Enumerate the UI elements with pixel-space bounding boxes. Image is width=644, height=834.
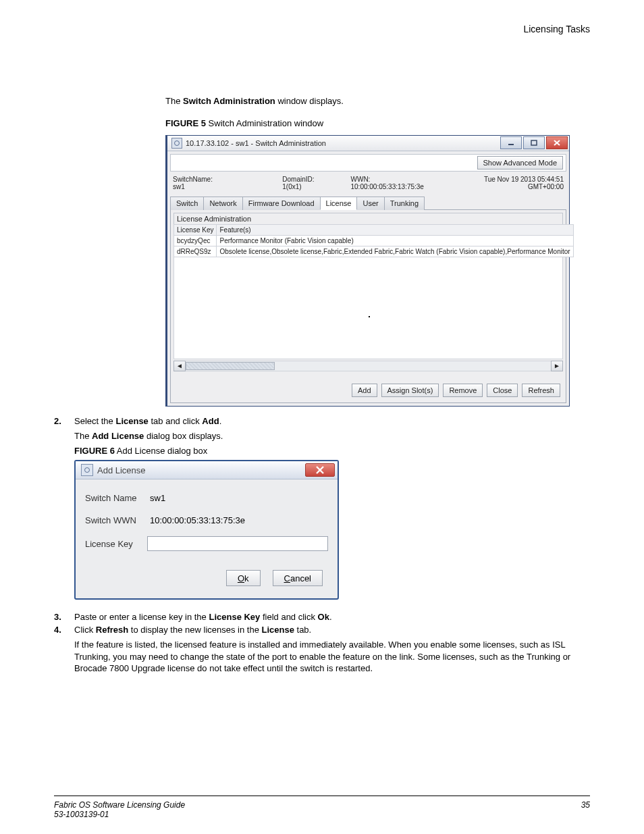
text: k <box>244 573 249 583</box>
switch-wwn-value: 10:00:00:05:33:13:75:3e <box>147 514 328 527</box>
license-key-label: License Key <box>85 539 147 549</box>
maximize-button[interactable] <box>523 136 545 149</box>
refresh-button[interactable]: Refresh <box>522 384 560 397</box>
cell-feat: Performance Monitor (Fabric Vision capab… <box>217 235 573 246</box>
tab-trunking[interactable]: Trunking <box>384 197 425 210</box>
tab-strip: Switch Network Firmware Download License… <box>170 196 566 209</box>
step-number: 2. <box>54 416 74 610</box>
col-features[interactable]: Feature(s) <box>217 224 573 235</box>
license-table: License Key Feature(s) bcydzyQec Perform… <box>173 224 574 257</box>
tab-firmware-download[interactable]: Firmware Download <box>242 197 321 210</box>
tab-user[interactable]: User <box>356 197 384 210</box>
step-3: 3. Paste or enter a license key in the L… <box>74 612 590 622</box>
figure-title: Switch Administration window <box>206 118 323 128</box>
close-button[interactable]: Close <box>487 384 518 397</box>
step-2: 2. Select the License tab and click Add.… <box>74 416 590 610</box>
scroll-right-icon[interactable]: ► <box>551 361 563 371</box>
switch-name-label: Switch Name <box>85 493 147 503</box>
page-footer: Fabric OS Software Licensing Guide 53-10… <box>54 796 590 819</box>
switch-name-value: sw1 <box>147 492 328 504</box>
remove-button[interactable]: Remove <box>443 384 483 397</box>
figure-title: Add License dialog box <box>115 446 207 456</box>
app-icon <box>81 464 93 476</box>
text-bold: Refresh <box>96 625 128 635</box>
figure-label: FIGURE 6 <box>74 446 115 456</box>
tab-license[interactable]: License <box>320 197 358 210</box>
text: The <box>165 96 183 106</box>
cell-key: bcydzyQec <box>174 235 217 246</box>
cell-key: dRReQS9z <box>174 246 217 257</box>
step-number: 3. <box>54 612 74 622</box>
step-number: 4. <box>54 625 74 679</box>
text: Select the <box>74 416 115 426</box>
close-button[interactable] <box>305 463 335 477</box>
text-bold: License <box>261 625 294 635</box>
wwn: WWN: 10:00:00:05:33:13:75:3e <box>351 176 437 190</box>
page-header: Licensing Tasks <box>54 24 590 34</box>
text-bold: Ok <box>318 612 329 622</box>
switch-admin-window: 10.17.33.102 - sw1 - Switch Administrati… <box>165 135 570 407</box>
text-bold: Add License <box>92 431 144 441</box>
switchname-label: SwitchName: <box>173 176 213 183</box>
text: . <box>329 612 332 622</box>
intro-paragraph: The Switch Administration window display… <box>165 95 590 107</box>
text-bold: Switch Administration <box>183 96 275 106</box>
add-button[interactable]: Add <box>352 384 377 397</box>
switch-wwn-label: Switch WWN <box>85 515 147 525</box>
text-bold: License Key <box>209 612 260 622</box>
dialog-titlebar[interactable]: Add License <box>76 461 338 479</box>
svg-rect-1 <box>531 140 537 145</box>
ok-button[interactable]: Ok <box>226 570 261 586</box>
footer-title: Fabric OS Software Licensing Guide <box>54 800 581 810</box>
text: field and click <box>260 612 317 622</box>
close-button[interactable] <box>546 136 568 149</box>
license-key-input[interactable] <box>147 536 328 551</box>
cancel-button[interactable]: Cancel <box>273 570 323 586</box>
assign-slots-button[interactable]: Assign Slot(s) <box>381 384 439 397</box>
window-title: 10.17.33.102 - sw1 - Switch Administrati… <box>186 139 499 147</box>
scroll-left-icon[interactable]: ◄ <box>173 361 186 371</box>
text-bold: Add <box>202 416 219 426</box>
app-icon <box>171 138 182 149</box>
tab-switch[interactable]: Switch <box>170 197 204 210</box>
toolbar-row: Show Advanced Mode <box>170 154 566 172</box>
scroll-track[interactable] <box>186 361 551 371</box>
domainid: DomainID: 1(0x1) <box>282 176 330 190</box>
text: window displays. <box>275 96 344 106</box>
text: . <box>219 416 222 426</box>
status-bar: SwitchName: sw1 DomainID: 1(0x1) WWN: 10… <box>170 176 566 190</box>
figure6-caption: FIGURE 6 Add License dialog box <box>74 446 590 456</box>
page-number: 35 <box>581 800 590 819</box>
cell-feat: Obsolete license,Obsolete license,Fabric… <box>217 246 573 257</box>
text: Paste or enter a license key in the <box>74 612 209 622</box>
figure5-caption: FIGURE 5 Switch Administration window <box>165 118 590 128</box>
horizontal-scrollbar[interactable]: ◄ ► <box>173 361 563 371</box>
text: tab. <box>294 625 311 635</box>
text: ancel <box>290 573 311 583</box>
tab-network[interactable]: Network <box>203 197 242 210</box>
panel-title: License Administration <box>173 213 563 224</box>
add-license-dialog: Add License Switch Name sw1 Switch <box>74 460 339 600</box>
dialog-title: Add License <box>97 465 305 475</box>
text: Click <box>74 625 96 635</box>
mnemonic: C <box>284 573 290 583</box>
text: The <box>74 431 92 441</box>
minimize-button[interactable] <box>500 136 522 149</box>
table-row[interactable]: dRReQS9z Obsolete license,Obsolete licen… <box>174 246 574 257</box>
table-row[interactable]: bcydzyQec Performance Monitor (Fabric Vi… <box>174 235 574 246</box>
footer-docnum: 53-1003139-01 <box>54 810 581 819</box>
scroll-thumb[interactable] <box>186 362 275 370</box>
text: tab and click <box>149 416 203 426</box>
switchname-value: sw1 <box>173 183 185 190</box>
license-panel: License Administration License Key Featu… <box>170 209 566 403</box>
window-titlebar[interactable]: 10.17.33.102 - sw1 - Switch Administrati… <box>167 136 569 151</box>
figure-label: FIGURE 5 <box>165 118 206 128</box>
mnemonic: O <box>238 573 244 583</box>
show-advanced-mode-button[interactable]: Show Advanced Mode <box>477 156 563 170</box>
text: to display the new licenses in the <box>128 625 261 635</box>
table-empty-area <box>173 257 563 359</box>
step-4-note: If the feature is listed, the licensed f… <box>74 639 590 675</box>
col-license-key[interactable]: License Key <box>174 224 217 235</box>
timestamp: Tue Nov 19 2013 05:44:51 GMT+00:00 <box>457 176 564 190</box>
step-4: 4. Click Refresh to display the new lice… <box>74 625 590 679</box>
